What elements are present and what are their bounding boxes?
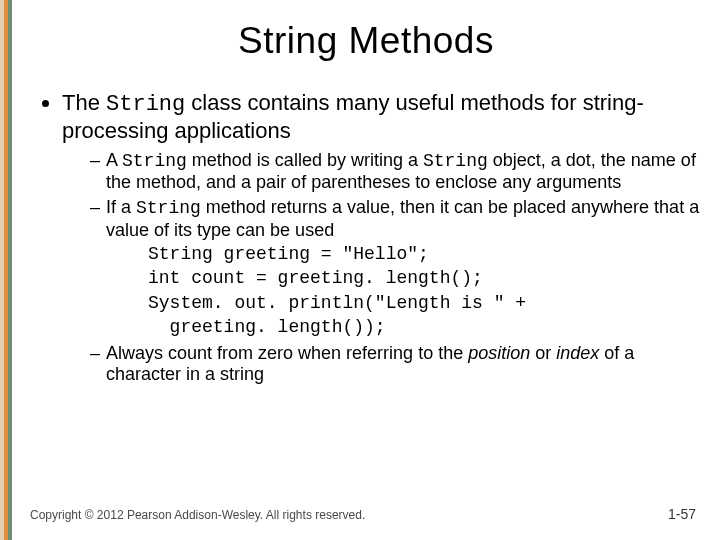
- inline-code: String: [106, 92, 185, 117]
- text: method is called by writing a: [187, 150, 423, 170]
- sub-bullet-item: If a String method returns a value, then…: [90, 197, 702, 338]
- bullet-item: The String class contains many useful me…: [62, 90, 702, 385]
- slide-title: String Methods: [30, 20, 702, 62]
- text: The: [62, 90, 106, 115]
- inline-code: String: [122, 151, 187, 171]
- code-line: int count = greeting. length();: [148, 267, 702, 290]
- sub-bullet-item: A String method is called by writing a S…: [90, 150, 702, 193]
- code-line: String greeting = "Hello";: [148, 243, 702, 266]
- code-line: System. out. println("Length is " +: [148, 292, 702, 315]
- emphasis: position: [468, 343, 530, 363]
- slide-accent-rail: [0, 0, 12, 540]
- inline-code: String: [423, 151, 488, 171]
- page-number: 1-57: [668, 506, 696, 522]
- text: or: [530, 343, 556, 363]
- text: Always count from zero when referring to…: [106, 343, 468, 363]
- code-line: greeting. length());: [148, 316, 702, 339]
- sub-bullet-item: Always count from zero when referring to…: [90, 343, 702, 385]
- sub-bullet-list: A String method is called by writing a S…: [62, 150, 702, 385]
- slide-body: String Methods The String class contains…: [12, 0, 720, 540]
- bullet-list: The String class contains many useful me…: [34, 90, 702, 385]
- emphasis: index: [556, 343, 599, 363]
- text: A: [106, 150, 122, 170]
- text: If a: [106, 197, 136, 217]
- copyright-text: Copyright © 2012 Pearson Addison-Wesley.…: [30, 508, 365, 522]
- inline-code: String: [136, 198, 201, 218]
